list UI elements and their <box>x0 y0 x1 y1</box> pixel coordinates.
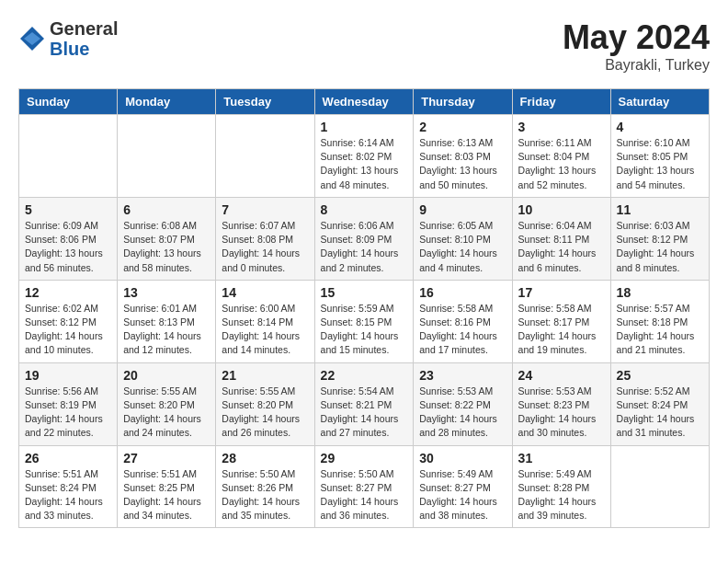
day-number: 26 <box>25 451 111 465</box>
day-number: 21 <box>222 368 308 383</box>
day-info: Sunrise: 6:11 AMSunset: 8:04 PMDaylight:… <box>518 136 605 192</box>
calendar-cell: 28Sunrise: 5:50 AMSunset: 8:26 PMDayligh… <box>216 445 314 528</box>
day-number: 4 <box>617 120 703 134</box>
weekday-header-row: SundayMondayTuesdayWednesdayThursdayFrid… <box>19 89 710 115</box>
day-number: 2 <box>419 120 506 134</box>
day-number: 10 <box>518 202 605 217</box>
calendar-cell: 22Sunrise: 5:54 AMSunset: 8:21 PMDayligh… <box>314 362 414 445</box>
calendar-cell: 8Sunrise: 6:06 AMSunset: 8:09 PMDaylight… <box>314 197 414 280</box>
day-number: 12 <box>25 285 111 300</box>
calendar-cell: 14Sunrise: 6:00 AMSunset: 8:14 PMDayligh… <box>216 280 314 362</box>
day-number: 29 <box>321 451 408 465</box>
day-number: 11 <box>617 202 703 217</box>
day-info: Sunrise: 5:50 AMSunset: 8:26 PMDaylight:… <box>222 467 308 523</box>
weekday-header-saturday: Saturday <box>610 89 709 115</box>
calendar-cell: 15Sunrise: 5:59 AMSunset: 8:15 PMDayligh… <box>314 280 414 362</box>
calendar-cell: 16Sunrise: 5:58 AMSunset: 8:16 PMDayligh… <box>414 280 512 362</box>
day-info: Sunrise: 5:52 AMSunset: 8:24 PMDaylight:… <box>617 385 703 441</box>
day-number: 16 <box>419 285 506 300</box>
calendar-cell: 11Sunrise: 6:03 AMSunset: 8:12 PMDayligh… <box>610 197 709 280</box>
day-info: Sunrise: 5:53 AMSunset: 8:22 PMDaylight:… <box>419 385 506 441</box>
calendar-cell: 12Sunrise: 6:02 AMSunset: 8:12 PMDayligh… <box>19 280 118 362</box>
day-number: 6 <box>123 202 210 217</box>
day-number: 23 <box>419 368 506 383</box>
day-info: Sunrise: 5:54 AMSunset: 8:21 PMDaylight:… <box>321 385 408 441</box>
day-number: 8 <box>321 202 408 217</box>
calendar-cell: 21Sunrise: 5:55 AMSunset: 8:20 PMDayligh… <box>216 362 314 445</box>
day-info: Sunrise: 6:13 AMSunset: 8:03 PMDaylight:… <box>419 136 506 192</box>
calendar: SundayMondayTuesdayWednesdayThursdayFrid… <box>18 88 710 528</box>
day-number: 15 <box>321 285 408 300</box>
day-info: Sunrise: 5:57 AMSunset: 8:18 PMDaylight:… <box>617 302 703 358</box>
day-info: Sunrise: 5:51 AMSunset: 8:25 PMDaylight:… <box>123 467 210 523</box>
calendar-cell: 6Sunrise: 6:08 AMSunset: 8:07 PMDaylight… <box>118 197 216 280</box>
day-info: Sunrise: 5:59 AMSunset: 8:15 PMDaylight:… <box>321 302 408 358</box>
week-row-4: 19Sunrise: 5:56 AMSunset: 8:19 PMDayligh… <box>19 362 710 445</box>
day-info: Sunrise: 6:04 AMSunset: 8:11 PMDaylight:… <box>518 219 605 275</box>
day-number: 17 <box>518 285 605 300</box>
weekday-header-thursday: Thursday <box>414 89 512 115</box>
location: Bayrakli, Turkey <box>563 57 710 74</box>
calendar-cell: 7Sunrise: 6:07 AMSunset: 8:08 PMDaylight… <box>216 197 314 280</box>
day-info: Sunrise: 6:10 AMSunset: 8:05 PMDaylight:… <box>617 136 703 192</box>
title-block: May 2024 Bayrakli, Turkey <box>563 18 710 74</box>
calendar-cell: 4Sunrise: 6:10 AMSunset: 8:05 PMDaylight… <box>610 115 709 198</box>
day-info: Sunrise: 5:51 AMSunset: 8:24 PMDaylight:… <box>25 467 111 523</box>
calendar-cell: 1Sunrise: 6:14 AMSunset: 8:02 PMDaylight… <box>314 115 414 198</box>
day-number: 18 <box>617 285 703 300</box>
day-number: 7 <box>222 202 308 217</box>
calendar-cell: 13Sunrise: 6:01 AMSunset: 8:13 PMDayligh… <box>118 280 216 362</box>
calendar-cell: 10Sunrise: 6:04 AMSunset: 8:11 PMDayligh… <box>512 197 610 280</box>
calendar-cell: 20Sunrise: 5:55 AMSunset: 8:20 PMDayligh… <box>118 362 216 445</box>
calendar-cell: 18Sunrise: 5:57 AMSunset: 8:18 PMDayligh… <box>610 280 709 362</box>
day-number: 30 <box>419 451 506 465</box>
week-row-5: 26Sunrise: 5:51 AMSunset: 8:24 PMDayligh… <box>19 445 710 528</box>
day-info: Sunrise: 6:07 AMSunset: 8:08 PMDaylight:… <box>222 219 308 275</box>
calendar-cell: 30Sunrise: 5:49 AMSunset: 8:27 PMDayligh… <box>414 445 512 528</box>
month-year: May 2024 <box>563 18 710 57</box>
calendar-cell <box>216 115 314 198</box>
weekday-header-tuesday: Tuesday <box>216 89 314 115</box>
calendar-cell <box>19 115 118 198</box>
day-info: Sunrise: 6:08 AMSunset: 8:07 PMDaylight:… <box>123 219 210 275</box>
day-info: Sunrise: 5:55 AMSunset: 8:20 PMDaylight:… <box>123 385 210 441</box>
logo-general: General <box>50 18 118 39</box>
day-number: 5 <box>25 202 111 217</box>
calendar-cell: 19Sunrise: 5:56 AMSunset: 8:19 PMDayligh… <box>19 362 118 445</box>
day-info: Sunrise: 5:53 AMSunset: 8:23 PMDaylight:… <box>518 385 605 441</box>
calendar-cell: 31Sunrise: 5:49 AMSunset: 8:28 PMDayligh… <box>512 445 610 528</box>
logo-icon <box>18 25 46 52</box>
calendar-cell: 27Sunrise: 5:51 AMSunset: 8:25 PMDayligh… <box>118 445 216 528</box>
day-info: Sunrise: 6:06 AMSunset: 8:09 PMDaylight:… <box>321 219 408 275</box>
calendar-body: 1Sunrise: 6:14 AMSunset: 8:02 PMDaylight… <box>19 115 710 528</box>
day-number: 22 <box>321 368 408 383</box>
day-number: 31 <box>518 451 605 465</box>
day-info: Sunrise: 5:56 AMSunset: 8:19 PMDaylight:… <box>25 385 111 441</box>
calendar-cell: 23Sunrise: 5:53 AMSunset: 8:22 PMDayligh… <box>414 362 512 445</box>
day-number: 19 <box>25 368 111 383</box>
logo: General Blue <box>18 18 118 59</box>
calendar-cell: 3Sunrise: 6:11 AMSunset: 8:04 PMDaylight… <box>512 115 610 198</box>
day-number: 28 <box>222 451 308 465</box>
weekday-header-wednesday: Wednesday <box>314 89 414 115</box>
day-info: Sunrise: 5:55 AMSunset: 8:20 PMDaylight:… <box>222 385 308 441</box>
week-row-2: 5Sunrise: 6:09 AMSunset: 8:06 PMDaylight… <box>19 197 710 280</box>
day-number: 3 <box>518 120 605 134</box>
calendar-cell: 26Sunrise: 5:51 AMSunset: 8:24 PMDayligh… <box>19 445 118 528</box>
day-info: Sunrise: 5:49 AMSunset: 8:28 PMDaylight:… <box>518 467 605 523</box>
day-info: Sunrise: 6:14 AMSunset: 8:02 PMDaylight:… <box>321 136 408 192</box>
day-info: Sunrise: 6:03 AMSunset: 8:12 PMDaylight:… <box>617 219 703 275</box>
calendar-header: SundayMondayTuesdayWednesdayThursdayFrid… <box>19 89 710 115</box>
weekday-header-friday: Friday <box>512 89 610 115</box>
calendar-cell: 5Sunrise: 6:09 AMSunset: 8:06 PMDaylight… <box>19 197 118 280</box>
day-info: Sunrise: 5:58 AMSunset: 8:16 PMDaylight:… <box>419 302 506 358</box>
day-info: Sunrise: 6:05 AMSunset: 8:10 PMDaylight:… <box>419 219 506 275</box>
calendar-cell <box>610 445 709 528</box>
calendar-cell <box>118 115 216 198</box>
day-info: Sunrise: 6:00 AMSunset: 8:14 PMDaylight:… <box>222 302 308 358</box>
day-number: 9 <box>419 202 506 217</box>
calendar-cell: 24Sunrise: 5:53 AMSunset: 8:23 PMDayligh… <box>512 362 610 445</box>
day-number: 25 <box>617 368 703 383</box>
logo-blue: Blue <box>50 39 118 59</box>
day-number: 14 <box>222 285 308 300</box>
